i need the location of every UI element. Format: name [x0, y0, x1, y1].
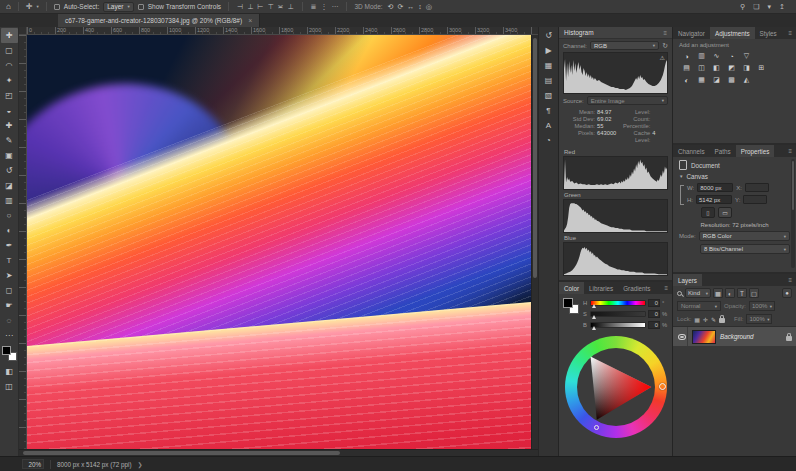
- type-filter-icon[interactable]: T: [737, 288, 747, 298]
- tab-color[interactable]: Color: [559, 282, 584, 294]
- align-center-h-icon[interactable]: ⊥: [246, 3, 254, 11]
- search-icon[interactable]: ⚲: [739, 3, 746, 11]
- brush-tool[interactable]: ✎: [1, 133, 18, 148]
- color-mode-dropdown[interactable]: RGB Color▾: [699, 231, 790, 241]
- slider-thumb[interactable]: [592, 315, 596, 319]
- marquee-tool[interactable]: ▢: [1, 43, 18, 58]
- tab-paths[interactable]: Paths: [710, 145, 736, 157]
- scrollbar-thumb[interactable]: [23, 451, 340, 455]
- tab-layers[interactable]: Layers: [673, 274, 702, 286]
- channel-dropdown[interactable]: RGB▾: [590, 41, 659, 50]
- canvas-horizontal-scrollbar[interactable]: [19, 449, 531, 456]
- pixel-filter-icon[interactable]: ▦: [713, 288, 723, 298]
- scrollbar-thumb[interactable]: [533, 38, 537, 278]
- color-lookup-icon[interactable]: ⊞: [756, 63, 767, 73]
- home-icon[interactable]: ⌂: [6, 3, 11, 11]
- lock-transparency-icon[interactable]: ▦: [694, 316, 700, 323]
- blur-tool[interactable]: ○: [1, 208, 18, 223]
- brightness-slider[interactable]: [590, 322, 646, 328]
- clone-source-panel-icon[interactable]: ◔: [546, 137, 551, 145]
- selective-color-icon[interactable]: ◭: [741, 75, 752, 85]
- layer-row-background[interactable]: Background: [673, 327, 796, 346]
- shape-filter-icon[interactable]: ▢: [749, 288, 759, 298]
- workspace-caret-icon[interactable]: ▾: [767, 3, 773, 11]
- tab-channels[interactable]: Channels: [673, 145, 710, 157]
- 3d-scale-icon[interactable]: ◎: [425, 3, 433, 11]
- panel-menu-icon[interactable]: ≡: [788, 277, 796, 283]
- move-tool-options-icon[interactable]: ✛: [26, 3, 33, 11]
- toolbar-color-swatches[interactable]: [2, 346, 17, 361]
- align-bottom-icon[interactable]: ⊥: [286, 3, 294, 11]
- history-brush-tool[interactable]: ↺: [1, 163, 18, 178]
- align-top-icon[interactable]: ⊤: [266, 3, 274, 11]
- auto-select-checkbox[interactable]: [54, 4, 60, 10]
- saturation-slider[interactable]: [590, 311, 646, 317]
- gradient-map-icon[interactable]: ▩: [726, 75, 737, 85]
- 3d-slide-icon[interactable]: ↕: [417, 3, 423, 10]
- panel-menu-icon[interactable]: ≡: [788, 30, 796, 36]
- opacity-field[interactable]: 100%▾: [749, 301, 775, 311]
- brightness-value[interactable]: 0: [648, 321, 660, 329]
- gradient-tool[interactable]: ▥: [1, 193, 18, 208]
- color-wheel[interactable]: [565, 336, 667, 438]
- layer-filter-dropdown[interactable]: Kind▾: [685, 288, 711, 298]
- height-field[interactable]: 5142 px: [696, 195, 732, 204]
- portrait-orientation-button[interactable]: ▯: [701, 207, 715, 218]
- tab-gradients[interactable]: Gradients: [618, 282, 655, 294]
- lock-all-icon[interactable]: [719, 318, 725, 323]
- lock-image-icon[interactable]: ✎: [711, 316, 716, 323]
- toolbar-ellipsis[interactable]: ⋯: [1, 328, 18, 343]
- 3d-rotate-icon[interactable]: ⟲: [387, 3, 395, 11]
- hue-saturation-icon[interactable]: ▤: [681, 63, 692, 73]
- photo-filter-icon[interactable]: ◩: [726, 63, 737, 73]
- shape-tool[interactable]: ◻: [1, 283, 18, 298]
- panel-scrollbar[interactable]: [791, 159, 795, 268]
- canvas-vertical-scrollbar[interactable]: [531, 35, 538, 449]
- character-panel-icon[interactable]: A: [546, 122, 551, 130]
- lock-position-icon[interactable]: ✛: [703, 316, 708, 323]
- tab-navigator[interactable]: Navigator: [673, 27, 710, 39]
- panel-menu-icon[interactable]: ≡: [664, 285, 672, 291]
- paragraph-panel-icon[interactable]: ¶: [546, 107, 550, 115]
- show-transform-checkbox[interactable]: [138, 4, 144, 10]
- history-panel-icon[interactable]: ↺: [545, 32, 552, 40]
- slider-thumb[interactable]: [592, 326, 596, 330]
- distribute-vertical-icon[interactable]: ≣: [310, 3, 318, 11]
- actions-panel-icon[interactable]: ▶: [545, 47, 551, 55]
- tab-libraries[interactable]: Libraries: [584, 282, 618, 294]
- link-dimensions-icon[interactable]: [680, 185, 684, 205]
- quick-mask-button[interactable]: ◧: [1, 364, 18, 379]
- dodge-tool[interactable]: ◐: [1, 223, 18, 238]
- crop-tool[interactable]: ◰: [1, 88, 18, 103]
- hue-value[interactable]: 0: [648, 299, 660, 307]
- close-icon[interactable]: ×: [248, 17, 252, 24]
- uncached-refresh-icon[interactable]: ↻: [662, 42, 668, 50]
- zoom-level-field[interactable]: 20%: [22, 459, 44, 469]
- threshold-icon[interactable]: ◪: [711, 75, 722, 85]
- y-field[interactable]: [743, 195, 767, 204]
- clone-stamp-tool[interactable]: ▣: [1, 148, 18, 163]
- align-middle-icon[interactable]: ≍: [277, 3, 285, 11]
- foreground-background-swatches[interactable]: [563, 298, 579, 314]
- hand-tool[interactable]: ☛: [1, 298, 18, 313]
- scrollbar-thumb[interactable]: [792, 161, 794, 210]
- fill-field[interactable]: 100%▾: [746, 314, 772, 324]
- auto-select-dropdown[interactable]: Layer▾: [103, 2, 134, 12]
- curves-icon[interactable]: ∿: [711, 51, 722, 61]
- x-field[interactable]: [745, 183, 769, 192]
- source-dropdown[interactable]: Entire Image▾: [587, 96, 668, 105]
- eraser-tool[interactable]: ◪: [1, 178, 18, 193]
- zoom-tool[interactable]: ◌: [1, 313, 18, 328]
- channel-mixer-icon[interactable]: ◨: [741, 63, 752, 73]
- brightness-contrast-icon[interactable]: ◑: [681, 51, 692, 61]
- saturation-value[interactable]: 0: [648, 310, 660, 318]
- foreground-color-swatch[interactable]: [2, 346, 11, 355]
- lasso-tool[interactable]: ◠: [1, 58, 18, 73]
- ruler-corner[interactable]: [19, 27, 27, 35]
- screen-mode-button[interactable]: ◫: [1, 379, 18, 394]
- pen-tool[interactable]: ✒: [1, 238, 18, 253]
- align-right-icon[interactable]: ⊢: [256, 3, 264, 11]
- libraries-panel-icon[interactable]: ▤: [545, 77, 553, 85]
- layer-thumbnail[interactable]: [692, 330, 716, 344]
- invert-icon[interactable]: ◐: [681, 75, 692, 85]
